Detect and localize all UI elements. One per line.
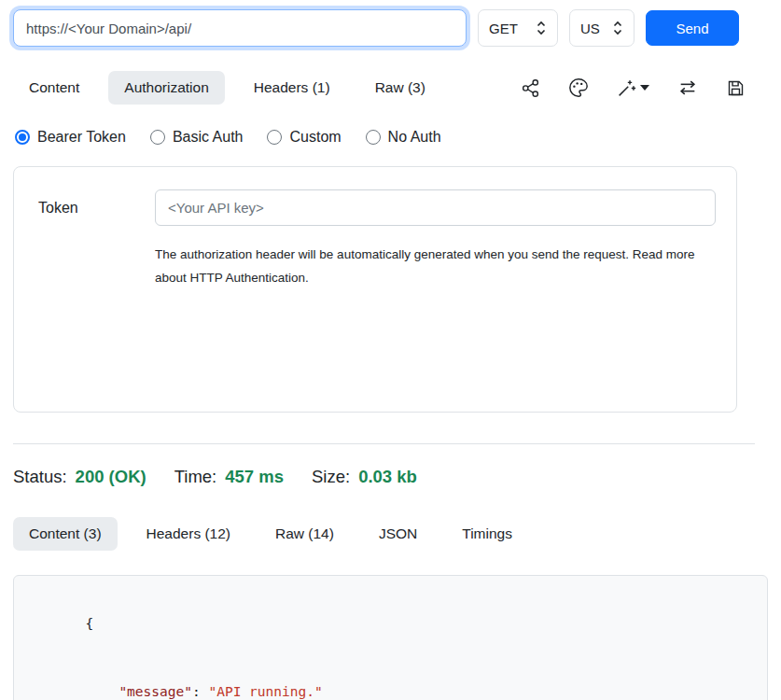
response-body: { "message": "API running." } xyxy=(13,575,768,700)
json-open-brace: { xyxy=(85,616,93,631)
token-panel: Token The authorization header will be a… xyxy=(13,166,737,413)
tab-raw[interactable]: Raw (3) xyxy=(359,71,441,105)
json-string-value: "API running." xyxy=(208,684,322,699)
code-line: { xyxy=(36,589,745,658)
magic-wand-dropdown-icon[interactable] xyxy=(617,78,649,98)
tab-authorization[interactable]: Authorization xyxy=(108,71,224,105)
token-help-line1: The authorization header will be automat… xyxy=(155,243,716,266)
region-select[interactable]: US xyxy=(569,9,635,47)
radio-label: Custom xyxy=(289,129,341,146)
radio-checked-icon xyxy=(15,130,30,145)
resp-tab-raw[interactable]: Raw (14) xyxy=(259,517,350,551)
status-label: Status: xyxy=(13,467,67,487)
token-input[interactable] xyxy=(155,189,716,226)
radio-unchecked-icon xyxy=(267,130,282,145)
resp-tab-headers[interactable]: Headers (12) xyxy=(131,517,246,551)
token-help-text: The authorization header will be automat… xyxy=(155,243,716,289)
updown-chevron-icon xyxy=(612,21,623,35)
palette-icon[interactable] xyxy=(568,77,589,98)
radio-unchecked-icon xyxy=(366,130,381,145)
radio-unchecked-icon xyxy=(150,130,165,145)
resp-tab-json[interactable]: JSON xyxy=(363,517,433,551)
share-icon[interactable] xyxy=(521,78,540,98)
tab-headers[interactable]: Headers (1) xyxy=(238,71,346,105)
json-colon: : xyxy=(192,684,208,699)
swap-arrows-icon[interactable] xyxy=(677,77,698,98)
auth-option-bearer-token[interactable]: Bearer Token xyxy=(15,129,126,146)
request-tabs-row: Content Authorization Headers (1) Raw (3… xyxy=(13,71,755,105)
radio-label: Bearer Token xyxy=(37,129,126,146)
time-value: 457 ms xyxy=(225,467,284,487)
region-select-value: US xyxy=(580,21,600,36)
time-label: Time: xyxy=(174,467,217,487)
response-tabs-row: Content (3) Headers (12) Raw (14) JSON T… xyxy=(13,517,755,551)
auth-option-basic-auth[interactable]: Basic Auth xyxy=(150,129,244,146)
code-line: "message": "API running." xyxy=(36,658,745,700)
api-tester-page: GET US Send Content Authorization Header… xyxy=(0,0,768,700)
method-select[interactable]: GET xyxy=(478,9,558,47)
tab-content[interactable]: Content xyxy=(13,71,95,105)
request-bar: GET US Send xyxy=(13,9,755,47)
resp-tab-content[interactable]: Content (3) xyxy=(13,517,118,551)
status-value: 200 (OK) xyxy=(76,467,146,487)
section-divider xyxy=(13,443,755,444)
token-help-line2: about HTTP Authentication. xyxy=(155,266,716,289)
size-label: Size: xyxy=(312,467,350,487)
url-input[interactable] xyxy=(13,9,467,47)
json-key: "message" xyxy=(119,684,192,699)
updown-chevron-icon xyxy=(536,21,547,35)
token-label: Token xyxy=(38,200,155,217)
auth-option-no-auth[interactable]: No Auth xyxy=(366,129,441,146)
resp-tab-timings[interactable]: Timings xyxy=(446,517,528,551)
request-toolbar xyxy=(521,77,755,98)
send-button[interactable]: Send xyxy=(646,10,739,46)
method-select-value: GET xyxy=(489,21,518,36)
radio-label: No Auth xyxy=(388,129,441,146)
response-status-row: Status: 200 (OK) Time: 457 ms Size: 0.03… xyxy=(13,467,755,487)
save-icon[interactable] xyxy=(726,78,746,98)
auth-type-options: Bearer Token Basic Auth Custom No Auth xyxy=(13,129,755,146)
auth-option-custom[interactable]: Custom xyxy=(267,129,341,146)
radio-label: Basic Auth xyxy=(173,129,244,146)
size-value: 0.03 kb xyxy=(358,467,417,487)
